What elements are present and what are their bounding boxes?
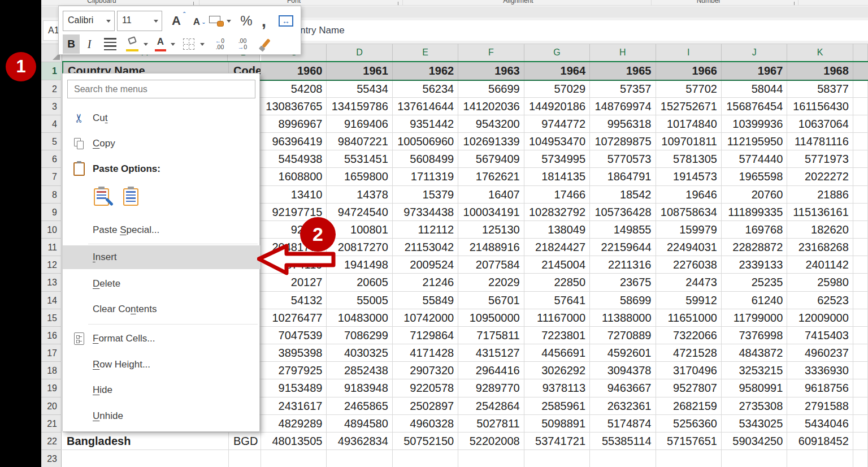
cell-J23[interactable] <box>722 450 787 467</box>
cell-C21[interactable]: 4829289 <box>261 415 327 433</box>
cell-H14[interactable]: 58699 <box>590 292 656 309</box>
cell-K3[interactable]: 161156430 <box>787 98 853 115</box>
cell-G10[interactable]: 138049 <box>524 221 590 239</box>
cell-E9[interactable]: 97334438 <box>393 204 458 221</box>
cell-H18[interactable]: 3094378 <box>590 362 656 379</box>
cell-G7[interactable]: 1814135 <box>524 168 590 185</box>
cell-J14[interactable]: 61240 <box>722 292 787 309</box>
cell-D14[interactable]: 55005 <box>327 292 392 309</box>
cell-I7[interactable]: 1914573 <box>656 168 722 185</box>
cell-K23[interactable] <box>787 450 853 467</box>
autofit-column-width-icon[interactable]: ↔ <box>275 11 297 31</box>
cell-L22[interactable] <box>853 433 868 450</box>
cell-D23[interactable] <box>327 450 392 467</box>
cell-J4[interactable]: 10399936 <box>722 115 787 133</box>
cell-D9[interactable]: 94724540 <box>327 204 392 221</box>
cell-F10[interactable]: 125130 <box>458 221 524 239</box>
cell-I13[interactable]: 24473 <box>656 274 722 291</box>
font-color-button[interactable]: A <box>153 34 168 54</box>
menu-item-insert[interactable]: Insert <box>63 245 261 269</box>
cell-G3[interactable]: 144920186 <box>524 98 590 115</box>
cell-I19[interactable]: 9527807 <box>656 379 722 397</box>
cell-C23[interactable] <box>261 450 327 467</box>
cell-I21[interactable]: 5256360 <box>656 415 722 433</box>
cell-I5[interactable]: 109701811 <box>656 133 722 150</box>
cell-K22[interactable]: 60918452 <box>787 433 853 450</box>
cell-J12[interactable]: 2339133 <box>722 256 787 274</box>
cell-F12[interactable]: 2077584 <box>458 256 524 274</box>
cell-E22[interactable]: 50752150 <box>393 433 458 450</box>
cell-K20[interactable]: 2791588 <box>787 397 853 415</box>
cell-C16[interactable]: 7047539 <box>261 327 327 344</box>
cell-F17[interactable]: 4315127 <box>458 344 524 362</box>
grow-font-button[interactable]: Aˆ <box>166 11 186 31</box>
cell-D8[interactable]: 14378 <box>327 186 392 204</box>
cell-H2[interactable]: 57357 <box>590 80 656 98</box>
cell-I2[interactable]: 57702 <box>656 80 722 98</box>
cell-G19[interactable]: 9378113 <box>524 379 590 397</box>
cell-I4[interactable]: 10174840 <box>656 115 722 133</box>
cell-G16[interactable]: 7223801 <box>524 327 590 344</box>
cell-I9[interactable]: 108758634 <box>656 204 722 221</box>
cell-F9[interactable]: 100034191 <box>458 204 524 221</box>
cell-J7[interactable]: 1965598 <box>722 168 787 185</box>
cell-J21[interactable]: 5343025 <box>722 415 787 433</box>
cell-F7[interactable]: 1762621 <box>458 168 524 185</box>
cell-F21[interactable]: 5027811 <box>458 415 524 433</box>
cell-K16[interactable]: 7415403 <box>787 327 853 344</box>
bold-button[interactable]: B <box>63 34 80 54</box>
cell-E23[interactable] <box>393 450 458 467</box>
cell-J3[interactable]: 156876454 <box>722 98 787 115</box>
cell-G8[interactable]: 17466 <box>524 186 590 204</box>
paste-keep-source-formatting-icon[interactable] <box>94 188 109 206</box>
cell-F18[interactable]: 2964416 <box>458 362 524 379</box>
cell-F5[interactable]: 102691339 <box>458 133 524 150</box>
cell-D10[interactable]: 100801 <box>327 221 392 239</box>
menu-item-row-height[interactable]: Row Height... <box>63 352 261 377</box>
chevron-down-icon[interactable] <box>227 20 231 23</box>
cell-E2[interactable]: 56234 <box>393 80 458 98</box>
cell-F6[interactable]: 5679409 <box>458 150 524 168</box>
cell-C18[interactable]: 2797925 <box>261 362 327 379</box>
cell-G9[interactable]: 102832792 <box>524 204 590 221</box>
cell-H22[interactable]: 55385114 <box>590 433 656 450</box>
cell-L5[interactable] <box>853 133 868 150</box>
cell-K14[interactable]: 62523 <box>787 292 853 309</box>
menu-item-format-cells[interactable]: Format Cells... <box>63 326 261 351</box>
cell-E11[interactable]: 21153042 <box>393 239 458 256</box>
cell-H8[interactable]: 18542 <box>590 186 656 204</box>
cell-K18[interactable]: 3336930 <box>787 362 853 379</box>
menu-item-cut[interactable]: ✂ Cut <box>63 105 261 131</box>
cell-F22[interactable]: 52202008 <box>458 433 524 450</box>
cell-K12[interactable]: 2401142 <box>787 256 853 274</box>
accounting-number-format-icon[interactable] <box>207 11 224 31</box>
cell-J9[interactable]: 111899335 <box>722 204 787 221</box>
cell-H10[interactable]: 149855 <box>590 221 656 239</box>
cell-F2[interactable]: 56699 <box>458 80 524 98</box>
cell-L17[interactable] <box>853 344 868 362</box>
cell-H7[interactable]: 1864791 <box>590 168 656 185</box>
cell-L9[interactable] <box>853 204 868 221</box>
cell-D20[interactable]: 2465865 <box>327 397 392 415</box>
cell-D22[interactable]: 49362834 <box>327 433 392 450</box>
cell-C14[interactable]: 54132 <box>261 292 327 309</box>
cell-D15[interactable]: 10483000 <box>327 309 392 327</box>
cell-E14[interactable]: 55849 <box>393 292 458 309</box>
cell-J8[interactable]: 20760 <box>722 186 787 204</box>
cell-G2[interactable]: 57029 <box>524 80 590 98</box>
cell-K5[interactable]: 114781116 <box>787 133 853 150</box>
cell-J19[interactable]: 9580991 <box>722 379 787 397</box>
cell-C4[interactable]: 8996967 <box>261 115 327 133</box>
cell-K2[interactable]: 58377 <box>787 80 853 98</box>
cell-J11[interactable]: 22828872 <box>722 239 787 256</box>
menu-item-unhide[interactable]: Unhide <box>63 403 261 429</box>
cell-I18[interactable]: 3170496 <box>656 362 722 379</box>
cell-H3[interactable]: 148769974 <box>590 98 656 115</box>
cell-I17[interactable]: 4721528 <box>656 344 722 362</box>
italic-button[interactable]: I <box>82 34 97 54</box>
cell-L13[interactable] <box>853 274 868 291</box>
cell-G4[interactable]: 9744772 <box>524 115 590 133</box>
cell-C19[interactable]: 9153489 <box>261 379 327 397</box>
cell-L21[interactable] <box>853 415 868 433</box>
cell-E3[interactable]: 137614644 <box>393 98 458 115</box>
